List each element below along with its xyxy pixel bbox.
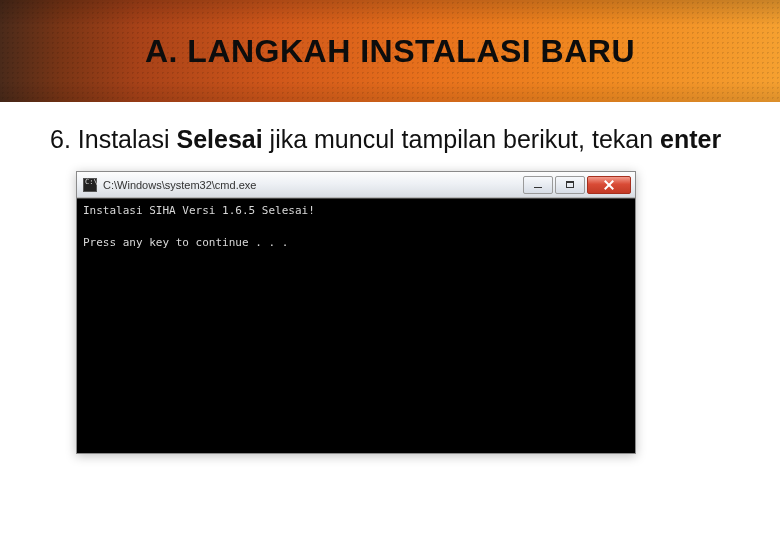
terminal-line-2: Press any key to continue . . . <box>83 235 629 251</box>
step-bold-selesai: Selesai <box>176 125 262 153</box>
page-title: A. LANGKAH INSTALASI BARU <box>145 33 635 70</box>
cmd-icon <box>83 178 97 192</box>
step-text: 6. Instalasi Selesai jika muncul tampila… <box>50 124 740 155</box>
content-area: 6. Instalasi Selesai jika muncul tampila… <box>0 102 780 454</box>
window-titlebar: C:\Windows\system32\cmd.exe <box>77 172 635 198</box>
terminal-body[interactable]: Instalasi SIHA Versi 1.6.5 Selesai! Pres… <box>77 198 635 453</box>
close-icon <box>604 180 614 190</box>
window-controls <box>521 176 631 194</box>
minimize-icon <box>534 187 542 189</box>
minimize-button[interactable] <box>523 176 553 194</box>
terminal-blank <box>83 219 629 235</box>
cmd-window: C:\Windows\system32\cmd.exe Instalasi SI… <box>76 171 636 454</box>
window-title-path: C:\Windows\system32\cmd.exe <box>103 179 521 191</box>
terminal-line-1: Instalasi SIHA Versi 1.6.5 Selesai! <box>83 203 629 219</box>
step-prefix: 6. Instalasi <box>50 125 176 153</box>
maximize-button[interactable] <box>555 176 585 194</box>
close-button[interactable] <box>587 176 631 194</box>
header-banner: A. LANGKAH INSTALASI BARU <box>0 0 780 102</box>
step-middle: jika muncul tampilan berikut, tekan <box>263 125 660 153</box>
step-bold-enter: enter <box>660 125 721 153</box>
maximize-icon <box>566 181 574 188</box>
